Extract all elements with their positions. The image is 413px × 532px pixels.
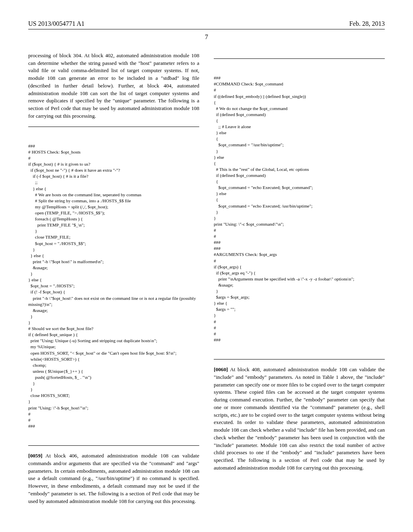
body-paragraph: processing of block 304. At block 402, a…: [28, 52, 199, 120]
code-text: ### #COMMAND Check: $opt_command # if ((…: [214, 75, 385, 343]
header-rule: [28, 29, 385, 29]
paragraph-number: [0060]: [214, 366, 228, 372]
body-paragraph: [0059] At block 406, automated administr…: [28, 452, 199, 505]
two-column-layout: processing of block 304. At block 402, a…: [28, 52, 385, 505]
code-listing-command-args: ### #COMMAND Check: $opt_command # if ((…: [214, 58, 385, 360]
code-text: ### # HOSTS Check: $opt_hosts # if ($opt…: [28, 143, 199, 429]
publication-number: US 2013/0054771 A1: [28, 20, 85, 27]
page-header: US 2013/0054771 A1 Feb. 28, 2013: [28, 20, 385, 27]
publication-date: Feb. 28, 2013: [349, 20, 385, 27]
paragraph-text: At block 406, automated administration m…: [28, 453, 199, 504]
left-column: processing of block 304. At block 402, a…: [28, 52, 199, 505]
patent-page: US 2013/0054771 A1 Feb. 28, 2013 7 proce…: [0, 0, 413, 532]
paragraph-number: [0059]: [28, 453, 42, 459]
right-column: ### #COMMAND Check: $opt_command # if ((…: [214, 52, 385, 505]
page-number: 7: [28, 33, 385, 41]
body-paragraph: [0060] At block 408, automated administr…: [214, 366, 385, 472]
code-listing-hosts: ### # HOSTS Check: $opt_hosts # if ($opt…: [28, 127, 199, 446]
paragraph-text: At block 408, automated administration m…: [214, 366, 385, 471]
